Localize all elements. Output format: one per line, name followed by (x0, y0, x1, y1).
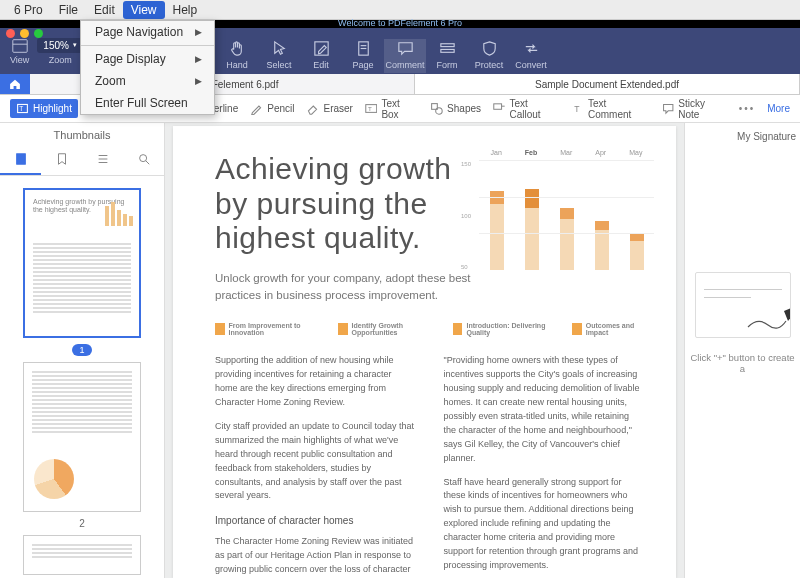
chip-icon (572, 323, 582, 335)
menu-page-display[interactable]: Page Display▶ (81, 48, 214, 70)
menu-page-navigation[interactable]: Page Navigation▶ (81, 21, 214, 43)
tool-select[interactable]: Select (258, 39, 300, 73)
chip-icon (453, 323, 463, 335)
toolbar-more[interactable]: More (767, 103, 790, 114)
tool-textbox[interactable]: TText Box (365, 98, 418, 120)
tool-sticky-note[interactable]: Sticky Note (662, 98, 727, 120)
thumbs-tab-search[interactable] (123, 147, 164, 175)
signature-card[interactable] (695, 272, 791, 338)
window-controls (6, 29, 43, 38)
thumbnail-badge-1: 1 (72, 344, 91, 356)
svg-rect-6 (440, 44, 453, 47)
tool-convert[interactable]: Convert (510, 39, 552, 73)
menu-file[interactable]: File (51, 1, 86, 19)
doc-body: Supporting the addition of new housing w… (215, 354, 644, 578)
menu-view[interactable]: View (123, 1, 165, 19)
close-window-icon[interactable] (6, 29, 15, 38)
thumbnail-page-3[interactable] (23, 535, 141, 575)
toolbar-overflow-icon[interactable]: ••• (739, 103, 756, 114)
doc-chart: JanFebMarAprMay 15010050 (479, 149, 654, 284)
maximize-window-icon[interactable] (34, 29, 43, 38)
view-mode-button[interactable]: View (10, 37, 29, 65)
tool-pencil[interactable]: Pencil (250, 102, 294, 115)
signature-header: My Signature (737, 131, 800, 142)
zoom-label: Zoom (49, 55, 72, 65)
pen-icon (746, 307, 791, 331)
svg-text:T: T (19, 105, 23, 112)
menu-zoom[interactable]: Zoom▶ (81, 70, 214, 92)
thumbnails-tabs (0, 147, 164, 176)
thumbnail-page-2[interactable] (23, 362, 141, 512)
chip-icon (338, 323, 348, 335)
doc-subtitle: Unlock growth for your company, adopt th… (215, 270, 495, 305)
thumbs-tab-bookmarks[interactable] (41, 147, 82, 175)
svg-text:T: T (574, 104, 580, 114)
menu-help[interactable]: Help (165, 1, 206, 19)
svg-point-24 (139, 155, 146, 162)
app-name: 6 Pro (6, 1, 51, 19)
tool-text-callout[interactable]: Text Callout (493, 98, 560, 120)
tool-highlight[interactable]: THighlight (10, 99, 78, 118)
os-menubar: 6 Pro File Edit View Help (0, 0, 800, 20)
tool-protect[interactable]: Protect (468, 39, 510, 73)
thumbnail-page-1[interactable]: Achieving growth by pursuing the highest… (23, 188, 141, 338)
tool-page[interactable]: Page (342, 39, 384, 73)
tool-comment[interactable]: Comment (384, 39, 426, 73)
tool-shapes[interactable]: Shapes (430, 102, 481, 115)
minimize-window-icon[interactable] (20, 29, 29, 38)
home-tab[interactable] (0, 74, 30, 94)
svg-rect-20 (16, 154, 25, 165)
document-page: Achieving growth by pursuing the highest… (173, 126, 676, 578)
svg-rect-0 (12, 40, 26, 53)
thumbnail-number-2: 2 (79, 518, 85, 529)
doc-chips: From Improvement to Innovation Identify … (215, 322, 644, 336)
chip-icon (215, 323, 225, 335)
thumbnails-panel: Thumbnails Achieving growth by pursuing … (0, 123, 165, 578)
tool-form[interactable]: Form (426, 39, 468, 73)
tool-text-comment[interactable]: TText Comment (572, 98, 650, 120)
svg-rect-7 (440, 49, 453, 52)
menu-edit[interactable]: Edit (86, 1, 123, 19)
window-title: Welcome to PDFelement 6 Pro (338, 18, 462, 28)
svg-text:T: T (368, 105, 372, 112)
thumbs-tab-pages[interactable] (0, 147, 41, 175)
tool-edit[interactable]: Edit (300, 39, 342, 73)
menu-enter-full-screen[interactable]: Enter Full Screen (81, 92, 214, 114)
workspace: Thumbnails Achieving growth by pursuing … (0, 123, 800, 578)
view-menu-dropdown: Page Navigation▶ Page Display▶ Zoom▶ Ent… (80, 20, 215, 115)
signature-hint: Click "+" button to create a (685, 352, 800, 374)
tool-hand[interactable]: Hand (216, 39, 258, 73)
thumbs-tab-outline[interactable] (82, 147, 123, 175)
thumbnails-header: Thumbnails (0, 123, 164, 147)
doc-tab-2[interactable]: Sample Document Extended.pdf (415, 74, 800, 94)
svg-point-17 (436, 108, 443, 115)
svg-rect-18 (494, 104, 502, 109)
svg-line-25 (145, 161, 149, 165)
signature-panel: My Signature Click "+" button to create … (684, 123, 800, 578)
document-canvas[interactable]: Achieving growth by pursuing the highest… (165, 123, 684, 578)
zoom-level[interactable]: 150%▾ (37, 38, 83, 53)
tool-eraser[interactable]: Eraser (306, 102, 352, 115)
